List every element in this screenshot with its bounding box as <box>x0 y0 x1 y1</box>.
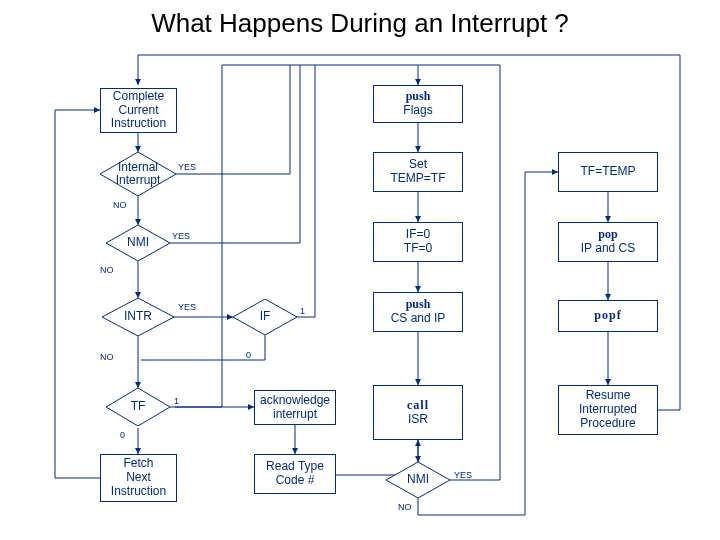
text: Flags <box>403 104 432 118</box>
node-resume-interrupted-procedure: Resume Interrupted Procedure <box>558 385 658 435</box>
node-internal-interrupt: InternalInterrupt <box>100 152 176 196</box>
text: acknowledge <box>260 394 330 408</box>
text: CS and IP <box>391 312 446 326</box>
label-yes: YES <box>454 470 472 480</box>
text: Complete <box>113 90 164 104</box>
text: TF=TEMP <box>580 165 635 179</box>
node-set-temp-tf: Set TEMP=TF <box>373 152 463 192</box>
label-no: NO <box>398 502 412 512</box>
text: Procedure <box>580 417 635 431</box>
node-call-isr: call ISR <box>373 385 463 440</box>
text: push <box>406 90 431 104</box>
label-no: NO <box>113 200 127 210</box>
text: interrupt <box>273 408 317 422</box>
text: IP and CS <box>581 242 635 256</box>
label-yes: YES <box>172 231 190 241</box>
node-push-flags: push Flags <box>373 85 463 123</box>
label-no: NO <box>100 265 114 275</box>
label-zero: 0 <box>120 430 125 440</box>
label-one: 1 <box>300 306 305 316</box>
text: Current <box>118 104 158 118</box>
text: Interrupted <box>579 403 637 417</box>
text: INTR <box>124 310 152 323</box>
node-push-cs-ip: push CS and IP <box>373 292 463 332</box>
text: Instruction <box>111 485 166 499</box>
diagram-title: What Happens During an Interrupt ? <box>0 8 720 39</box>
text: Read Type <box>266 460 324 474</box>
svg-line-6 <box>222 390 254 407</box>
node-acknowledge-interrupt: acknowledge interrupt <box>254 390 336 425</box>
text: TF <box>131 400 146 413</box>
label-yes: YES <box>178 162 196 172</box>
node-if: IF <box>233 299 297 335</box>
label-yes: YES <box>178 302 196 312</box>
text: IF <box>260 310 271 323</box>
text: TEMP=TF <box>390 172 445 186</box>
text: Resume <box>586 389 631 403</box>
text: Code # <box>276 474 315 488</box>
node-tf: TF <box>106 388 170 426</box>
node-read-type-code: Read Type Code # <box>254 454 336 494</box>
node-tf-temp: TF=TEMP <box>558 152 658 192</box>
text: popf <box>594 309 621 323</box>
text: push <box>406 298 431 312</box>
node-intr: INTR <box>102 298 174 336</box>
label-no: NO <box>100 352 114 362</box>
text: Internal <box>118 160 158 174</box>
node-pop-ip-cs: pop IP and CS <box>558 222 658 262</box>
text: Next <box>126 471 151 485</box>
text: Set <box>409 158 427 172</box>
text: IF=0 <box>406 228 430 242</box>
text: NMI <box>127 236 149 249</box>
node-fetch-next-instruction: Fetch Next Instruction <box>100 454 177 502</box>
node-popf: popf <box>558 300 658 332</box>
text: NMI <box>407 473 429 486</box>
text: Interrupt <box>116 173 161 187</box>
label-zero: 0 <box>246 350 251 360</box>
node-nmi-2: NMI <box>386 462 450 498</box>
text: call <box>407 399 429 413</box>
node-nmi: NMI <box>106 225 170 261</box>
label-one: 1 <box>174 396 179 406</box>
node-complete-current-instruction: Complete Current Instruction <box>100 88 177 133</box>
text: Instruction <box>111 117 166 131</box>
text: ISR <box>408 413 428 427</box>
text: TF=0 <box>404 242 432 256</box>
text: Fetch <box>123 457 153 471</box>
node-if0-tf0: IF=0 TF=0 <box>373 222 463 262</box>
text: pop <box>598 228 617 242</box>
